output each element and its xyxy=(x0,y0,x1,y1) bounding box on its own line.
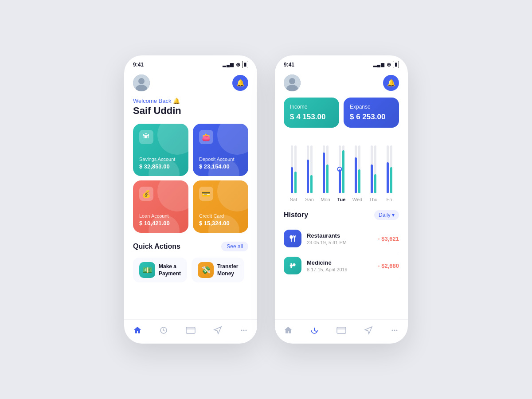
nav-more-2[interactable] xyxy=(386,324,403,336)
green-bar-thu xyxy=(374,145,376,193)
svg-rect-13 xyxy=(337,327,346,333)
svg-point-10 xyxy=(289,78,295,84)
loan-card[interactable]: 💰 Loan Account $ 10,421.00 xyxy=(133,180,188,233)
history-item-medicine[interactable]: Medicine 8.17.15, April 2019 - $2,680 xyxy=(284,252,399,279)
deposit-card[interactable]: 👛 Deposit Account $ 23,154.00 xyxy=(193,124,248,176)
phone-1-content: 🔔 Welcome Back 🔔 Saif Uddin 🏛 Savings Ac… xyxy=(124,70,257,319)
phone-2: 9:41 ▂▄▆ ⊛ ▮ 🔔 Income $ 4 15 xyxy=(275,55,408,344)
day-label-mon: Mon xyxy=(317,197,333,202)
bell-icon-2: 🔔 xyxy=(387,79,395,87)
expanse-card[interactable]: Expanse $ 6 253.00 xyxy=(344,98,399,128)
stats-row: Income $ 4 153.00 Expanse $ 6 253.00 xyxy=(284,98,399,128)
time-1: 9:41 xyxy=(133,62,144,68)
medicine-icon xyxy=(284,257,301,274)
restaurant-date: 23.05.19, 5:41 PM xyxy=(307,240,372,245)
income-amount: $ 4 153.00 xyxy=(290,113,333,121)
blue-bar-san[interactable] xyxy=(307,145,309,193)
deposit-label: Deposit Account xyxy=(199,156,242,162)
day-label-sat: Sat xyxy=(286,197,301,202)
blue-bar-wed[interactable] xyxy=(355,145,357,193)
svg-point-7 xyxy=(243,330,245,331)
bottom-nav-1 xyxy=(124,319,257,344)
svg-point-8 xyxy=(246,330,247,331)
nav-home-2[interactable] xyxy=(279,324,297,336)
day-label-wed: Wed xyxy=(349,197,365,202)
green-bar-sat xyxy=(294,145,297,193)
medicine-name: Medicine xyxy=(307,259,372,266)
chart-labels: SatSanMonTueWedThuFri xyxy=(284,197,399,202)
blue-bar-tue[interactable] xyxy=(339,145,341,193)
bottom-nav-2 xyxy=(275,319,408,344)
transfer-money-button[interactable]: 💸 TransferMoney xyxy=(192,258,244,282)
savings-card[interactable]: 🏛 Savings Account $ 32,853.00 xyxy=(133,124,188,176)
blue-bar-thu[interactable] xyxy=(371,145,373,193)
day-label-thu: Thu xyxy=(365,197,381,202)
svg-point-16 xyxy=(394,330,395,331)
svg-point-15 xyxy=(392,330,393,331)
chart-day-wed[interactable] xyxy=(349,136,365,193)
wifi-icon-2: ⊛ xyxy=(387,62,391,68)
nav-send-2[interactable] xyxy=(360,324,377,336)
chart-day-sat[interactable] xyxy=(286,136,301,193)
deposit-icon: 👛 xyxy=(199,130,213,144)
nav-chart-2[interactable] xyxy=(305,324,323,336)
chart-day-thu[interactable] xyxy=(365,136,381,193)
nav-card-1[interactable] xyxy=(181,325,200,336)
bell-icon-1: 🔔 xyxy=(236,79,245,87)
battery-icon: ▮ xyxy=(242,61,248,68)
nav-history-1[interactable] xyxy=(155,324,172,336)
nav-card-2[interactable] xyxy=(332,325,351,336)
green-bar-fri xyxy=(390,145,392,193)
medicine-amount: - $2,680 xyxy=(378,262,399,269)
header-2: 🔔 xyxy=(284,74,399,91)
accounts-grid: 🏛 Savings Account $ 32,853.00 👛 Deposit … xyxy=(133,124,248,233)
wifi-icon: ⊛ xyxy=(236,62,240,68)
user-name: Saif Uddin xyxy=(133,105,248,117)
chart-day-fri[interactable] xyxy=(381,136,397,193)
avatar-1[interactable] xyxy=(133,74,150,91)
day-label-san: San xyxy=(301,197,317,202)
credit-card[interactable]: 💳 Credit Card $ 15,324.00 xyxy=(193,180,248,233)
see-all-button[interactable]: See all xyxy=(221,242,248,251)
nav-home-1[interactable] xyxy=(129,324,146,336)
status-bar-2: 9:41 ▂▄▆ ⊛ ▮ xyxy=(275,55,408,70)
credit-label: Credit Card xyxy=(199,213,242,219)
restaurant-icon xyxy=(284,230,301,247)
restaurant-amount: - $3,621 xyxy=(378,235,399,242)
income-card[interactable]: Income $ 4 153.00 xyxy=(284,98,339,128)
chart-day-mon[interactable] xyxy=(317,136,333,193)
make-payment-button[interactable]: 💵 Make aPayment xyxy=(133,258,187,282)
savings-label: Savings Account xyxy=(139,156,182,162)
transfer-icon: 💸 xyxy=(198,262,214,278)
time-2: 9:41 xyxy=(284,62,294,68)
loan-icon: 💰 xyxy=(139,187,153,201)
status-icons-2: ▂▄▆ ⊛ ▮ xyxy=(373,61,399,68)
welcome-text: Welcome Back 🔔 xyxy=(133,98,248,104)
day-label-tue: Tue xyxy=(333,197,349,202)
chart-section: SatSanMonTueWedThuFri xyxy=(284,136,399,202)
blue-bar-mon[interactable] xyxy=(323,145,325,193)
quick-actions-list: 💵 Make aPayment 💸 TransferMoney xyxy=(133,258,248,282)
chart-day-tue[interactable] xyxy=(333,136,349,193)
daily-filter-button[interactable]: Daily ▾ xyxy=(374,210,399,220)
payment-label: Make aPayment xyxy=(159,263,181,278)
credit-icon: 💳 xyxy=(199,187,213,201)
signal-icon: ▂▄▆ xyxy=(223,62,234,67)
chart-day-san[interactable] xyxy=(301,136,317,193)
avatar-2[interactable] xyxy=(284,74,301,91)
history-item-restaurants[interactable]: Restaurants 23.05.19, 5:41 PM - $3,621 xyxy=(284,225,399,252)
blue-bar-sat[interactable] xyxy=(291,145,293,193)
status-bar-1: 9:41 ▂▄▆ ⊛ ▮ xyxy=(124,55,257,70)
notification-btn-2[interactable]: 🔔 xyxy=(383,75,399,91)
phone-1: 9:41 ▂▄▆ ⊛ ▮ 🔔 Welcome Back � xyxy=(124,55,257,344)
nav-more-1[interactable] xyxy=(235,324,253,336)
expanse-amount: $ 6 253.00 xyxy=(350,113,393,121)
notification-btn-1[interactable]: 🔔 xyxy=(232,75,248,91)
restaurant-name: Restaurants xyxy=(307,232,372,239)
status-icons-1: ▂▄▆ ⊛ ▮ xyxy=(223,61,248,68)
history-header: History Daily ▾ xyxy=(284,210,399,220)
nav-send-1[interactable] xyxy=(209,324,227,336)
blue-bar-fri[interactable] xyxy=(387,145,389,193)
green-bar-san xyxy=(310,145,313,193)
green-bar-tue xyxy=(342,145,344,193)
